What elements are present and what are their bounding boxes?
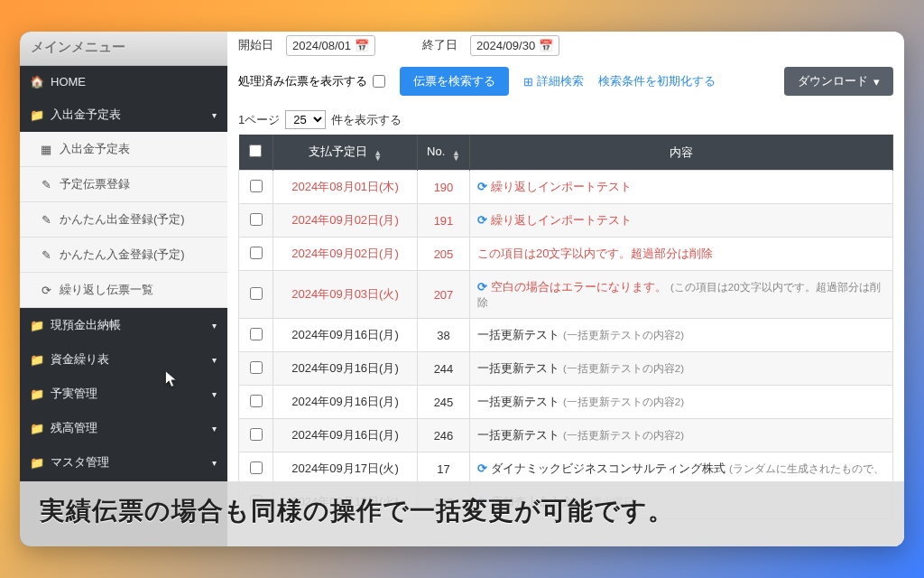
sidebar-item-funding[interactable]: 📁 資金繰り表 ▾	[20, 342, 227, 377]
row-checkbox-cell	[239, 452, 273, 486]
folder-icon: 📁	[31, 456, 43, 470]
processed-checkbox-label[interactable]: 処理済み伝票を表示する	[238, 73, 385, 89]
row-checkbox[interactable]	[250, 180, 263, 192]
row-checkbox[interactable]	[250, 395, 263, 407]
row-no: 191	[418, 204, 470, 238]
row-checkbox[interactable]	[250, 361, 263, 374]
col-no[interactable]: No. ▲▼	[418, 135, 470, 171]
row-no: 244	[418, 352, 470, 386]
row-checkbox[interactable]	[250, 213, 263, 226]
sidebar-label: 資金繰り表	[51, 351, 109, 368]
detail-search-link[interactable]: ⊞ 詳細検索	[523, 73, 584, 89]
table-row[interactable]: 2024年08月01日(木)190⟳繰り返しインポートテスト	[239, 171, 893, 204]
folder-icon: 📁	[31, 319, 43, 332]
table-icon: ▦	[40, 143, 52, 156]
row-note: (一括更新テストの内容2)	[563, 396, 684, 407]
caption-text: 実績伝票の場合も同様の操作で一括変更が可能です。	[40, 497, 674, 525]
row-content-text: 一括更新テスト	[477, 328, 559, 341]
row-date: 2024年09月16日(月)	[273, 419, 418, 452]
sidebar-sub-schedule-table[interactable]: ▦ 入出金予定表	[20, 132, 227, 167]
table-row[interactable]: 2024年09月02日(月)191⟳繰り返しインポートテスト	[239, 204, 893, 238]
sidebar-label: 残高管理	[51, 420, 97, 436]
select-all-checkbox[interactable]	[249, 144, 262, 157]
end-date-value: 2024/09/30	[476, 39, 535, 52]
row-content-text: 一括更新テスト	[477, 361, 559, 375]
col-date-label: 支払予定日	[309, 144, 367, 158]
row-content: 一括更新テスト(一括更新テストの内容2)	[470, 386, 893, 419]
paging-prefix: 1ページ	[238, 112, 280, 128]
edit-icon: ✎	[40, 178, 52, 191]
reset-search-link[interactable]: 検索条件を初期化する	[598, 73, 716, 89]
folder-icon: 📁	[31, 422, 43, 435]
sidebar-item-master[interactable]: 📁 マスタ管理 ▾	[20, 445, 227, 480]
row-checkbox[interactable]	[250, 287, 263, 300]
main-content: 開始日 2024/08/01 📅 終了日 2024/09/30 📅 処理済み伝票…	[227, 32, 904, 546]
table-row[interactable]: 2024年09月02日(月)205この項目は20文字以内です。超過部分は削除	[239, 238, 893, 271]
download-button[interactable]: ダウンロード ▾	[784, 67, 893, 96]
row-content: 一括更新テスト(一括更新テストの内容2)	[470, 319, 893, 352]
row-date: 2024年09月03日(火)	[273, 271, 418, 319]
folder-icon: 📁	[31, 353, 43, 367]
row-checkbox-cell	[239, 419, 273, 452]
processed-checkbox[interactable]	[373, 75, 385, 88]
sidebar-item-cashbook[interactable]: 📁 現預金出納帳 ▾	[20, 308, 227, 342]
row-date: 2024年09月02日(月)	[273, 204, 418, 238]
chevron-down-icon: ▾	[212, 355, 217, 365]
row-no: 207	[418, 271, 470, 319]
row-checkbox[interactable]	[250, 328, 263, 340]
row-checkbox-cell	[239, 238, 273, 271]
row-content-text: 繰り返しインポートテスト	[491, 180, 632, 193]
row-checkbox-cell	[239, 386, 273, 419]
paging-suffix: 件を表示する	[331, 112, 402, 128]
start-date-label: 開始日	[238, 38, 273, 53]
col-date[interactable]: 支払予定日 ▲▼	[273, 135, 418, 171]
row-note: (一括更新テストの内容2)	[563, 363, 684, 374]
table-row[interactable]: 2024年09月16日(月)245一括更新テスト(一括更新テストの内容2)	[239, 386, 893, 419]
sidebar-sub-register[interactable]: ✎ 予定伝票登録	[20, 167, 227, 202]
download-button-label: ダウンロード	[798, 73, 868, 89]
table-row[interactable]: 2024年09月16日(月)246一括更新テスト(一括更新テストの内容2)	[239, 419, 893, 452]
start-date-input[interactable]: 2024/08/01 📅	[286, 35, 375, 56]
search-button[interactable]: 伝票を検索する	[400, 67, 509, 96]
row-note: (一括更新テストの内容2)	[563, 330, 684, 340]
end-date-input[interactable]: 2024/09/30 📅	[470, 35, 559, 56]
row-checkbox[interactable]	[250, 247, 263, 259]
row-checkbox[interactable]	[250, 461, 263, 474]
table-row[interactable]: 2024年09月16日(月)38一括更新テスト(一括更新テストの内容2)	[239, 319, 893, 352]
col-no-label: No.	[427, 144, 445, 158]
detail-search-label: 詳細検索	[537, 73, 584, 89]
table-row[interactable]: 2024年09月17日(火)17⟳ダイナミックビジネスコンサルティング株式(ラン…	[239, 452, 893, 486]
page-size-select[interactable]: 25	[285, 110, 326, 129]
row-content-text: 一括更新テスト	[477, 395, 559, 408]
sidebar-sub-easy-in[interactable]: ✎ かんたん入金登録(予定)	[20, 238, 227, 273]
row-checkbox-cell	[239, 352, 273, 386]
row-checkbox[interactable]	[250, 428, 263, 441]
sidebar-label: 入出金予定表	[51, 107, 121, 123]
sidebar-sub-repeat-list[interactable]: ⟳ 繰り返し伝票一覧	[20, 273, 227, 308]
table-row[interactable]: 2024年09月16日(月)244一括更新テスト(一括更新テストの内容2)	[239, 352, 893, 386]
sidebar-item-home[interactable]: 🏠 HOME	[20, 66, 227, 98]
sidebar-sub-easy-out[interactable]: ✎ かんたん出金登録(予定)	[20, 202, 227, 238]
row-checkbox-cell	[239, 171, 273, 204]
sidebar-item-schedule[interactable]: 📁 入出金予定表 ▾	[20, 98, 227, 132]
col-content-label: 内容	[670, 145, 693, 159]
table-row[interactable]: 2024年09月03日(火)207⟳空白の場合はエラーになります。(この項目は2…	[239, 271, 893, 319]
calendar-icon: 📅	[539, 39, 553, 52]
row-content: ⟳空白の場合はエラーになります。(この項目は20文字以内です。超過部分は削除	[470, 271, 893, 319]
sidebar-item-forecast[interactable]: 📁 予実管理 ▾	[20, 377, 227, 411]
row-content-text: この項目は20文字以内です。超過部分は削除	[477, 247, 713, 260]
sidebar-sub-label: 予定伝票登録	[60, 176, 130, 192]
row-checkbox-cell	[239, 271, 273, 319]
sort-icon: ▲▼	[452, 150, 460, 161]
row-date: 2024年09月02日(月)	[273, 238, 418, 271]
paging-control: 1ページ 25 件を表示する	[238, 105, 893, 135]
search-button-label: 伝票を検索する	[413, 73, 495, 89]
col-content: 内容	[470, 135, 893, 171]
sidebar-item-balance[interactable]: 📁 残高管理 ▾	[20, 411, 227, 445]
chevron-down-icon: ▾	[212, 321, 217, 331]
date-filter-row: 開始日 2024/08/01 📅 終了日 2024/09/30 📅	[238, 32, 893, 63]
sidebar: メインメニュー 🏠 HOME 📁 入出金予定表 ▾ ▦ 入出金予定表 ✎ 予定伝…	[20, 32, 227, 546]
row-no: 38	[418, 319, 470, 352]
row-no: 17	[418, 452, 470, 486]
action-filter-row: 処理済み伝票を表示する 伝票を検索する ⊞ 詳細検索 検索条件を初期化する ダウ…	[238, 63, 893, 105]
